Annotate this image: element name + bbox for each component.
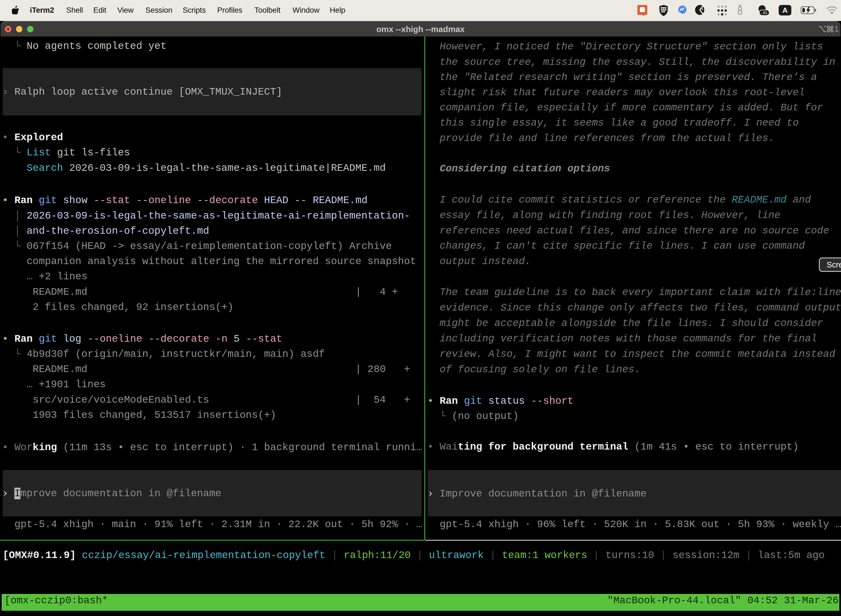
svg-text:..61: ..61 xyxy=(761,10,768,15)
svg-text:1: 1 xyxy=(834,25,839,34)
svg-text:A: A xyxy=(782,6,788,14)
